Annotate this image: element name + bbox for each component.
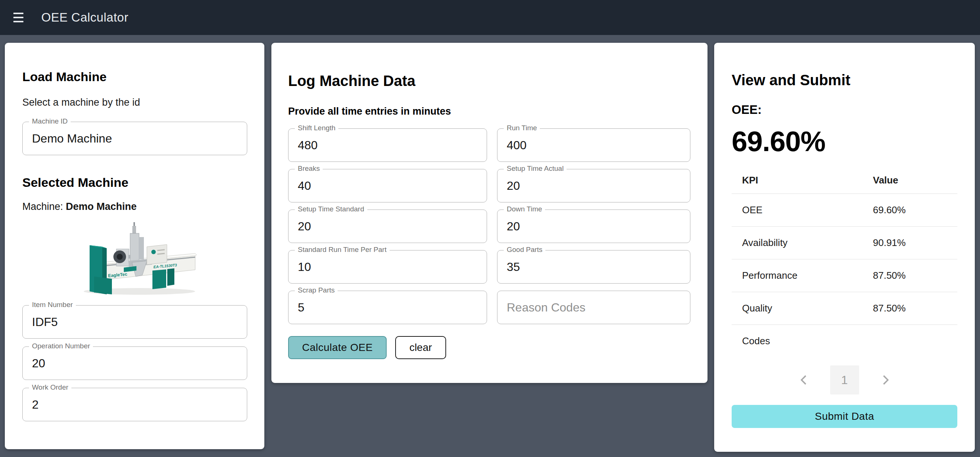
breaks-input[interactable]: Breaks 40: [288, 169, 487, 203]
codes-pagination: 1: [732, 366, 957, 395]
oee-value: 69.60%: [732, 125, 957, 157]
work-order-input[interactable]: Work Order 2: [22, 388, 247, 421]
oee-label: OEE:: [732, 103, 957, 117]
down-time-label: Down Time: [504, 205, 545, 213]
load-machine-subtitle: Select a machine by the id: [22, 97, 247, 108]
setup-time-actual-input[interactable]: Setup Time Actual 20: [497, 169, 690, 203]
value-cell: 69.60%: [873, 194, 957, 227]
shift-length-input[interactable]: Shift Length 480: [288, 128, 487, 162]
table-row: OEE 69.60%: [732, 194, 957, 227]
reason-codes-placeholder: Reason Codes: [507, 301, 585, 315]
breaks-value: 40: [298, 179, 311, 193]
scrap-parts-input[interactable]: Scrap Parts 5: [288, 291, 487, 324]
kpi-cell: Quality: [732, 292, 873, 325]
view-submit-title: View and Submit: [732, 72, 957, 89]
setup-time-standard-label: Setup Time Standard: [295, 205, 368, 213]
page-number[interactable]: 1: [830, 366, 859, 395]
scrap-parts-label: Scrap Parts: [295, 286, 337, 294]
good-parts-input[interactable]: Good Parts 35: [497, 250, 690, 284]
submit-data-button[interactable]: Submit Data: [732, 405, 957, 428]
chevron-right-icon: [879, 374, 891, 386]
item-number-value: IDF5: [32, 315, 57, 329]
selected-machine-line: Machine: Demo Machine: [22, 201, 247, 213]
kpi-cell: OEE: [732, 194, 873, 227]
standard-run-time-label: Standard Run Time Per Part: [295, 246, 390, 254]
calculate-oee-button[interactable]: Calculate OEE: [288, 336, 387, 359]
load-machine-card: Load Machine Select a machine by the id …: [5, 43, 264, 449]
log-machine-data-card: Log Machine Data Provide all time entrie…: [271, 43, 708, 383]
cnc-lathe-illustration: EagleTec EA-TL1530T3: [73, 221, 197, 297]
good-parts-label: Good Parts: [504, 246, 546, 254]
shift-length-value: 480: [298, 139, 318, 152]
reason-codes-input[interactable]: Reason Codes: [497, 291, 690, 324]
kpi-header-row: KPI Value: [732, 169, 957, 194]
standard-run-time-input[interactable]: Standard Run Time Per Part 10: [288, 250, 487, 284]
table-row: Availability 90.91%: [732, 227, 957, 259]
kpi-cell: Availability: [732, 227, 873, 259]
machine-id-input[interactable]: Machine ID Demo Machine: [22, 122, 247, 155]
kpi-header: KPI: [732, 169, 873, 194]
run-time-input[interactable]: Run Time 400: [497, 128, 690, 162]
machine-name: Demo Machine: [66, 201, 137, 212]
value-header: Value: [873, 169, 957, 194]
work-order-label: Work Order: [29, 383, 72, 391]
chevron-left-icon: [798, 374, 810, 386]
time-entries-grid: Shift Length 480 Run Time 400 Breaks 40 …: [288, 128, 691, 324]
log-data-subtitle: Provide all time entries in minutes: [288, 106, 691, 117]
log-data-actions: Calculate OEE clear: [288, 336, 691, 359]
setup-time-actual-label: Setup Time Actual: [504, 165, 566, 173]
table-row: Performance 87.50%: [732, 259, 957, 292]
table-row: Codes: [732, 325, 957, 358]
run-time-value: 400: [507, 139, 527, 152]
operation-number-input[interactable]: Operation Number 20: [22, 347, 247, 380]
app-navbar: OEE Calculator: [0, 0, 980, 35]
down-time-value: 20: [507, 220, 520, 233]
value-cell: 90.91%: [873, 227, 957, 259]
operation-number-label: Operation Number: [29, 342, 93, 350]
value-cell: 87.50%: [873, 259, 957, 292]
machine-id-value: Demo Machine: [32, 132, 112, 145]
machine-id-label: Machine ID: [29, 117, 71, 125]
selected-machine-title: Selected Machine: [22, 175, 247, 190]
next-page-button[interactable]: [876, 371, 894, 389]
previous-page-button[interactable]: [795, 371, 813, 389]
log-data-title: Log Machine Data: [288, 73, 691, 89]
machine-prefix: Machine:: [22, 201, 66, 212]
down-time-input[interactable]: Down Time 20: [497, 209, 690, 243]
kpi-cell: Performance: [732, 259, 873, 292]
standard-run-time-value: 10: [298, 260, 311, 274]
setup-time-standard-value: 20: [298, 220, 311, 233]
app-title: OEE Calculator: [41, 10, 128, 24]
clear-button[interactable]: clear: [395, 336, 446, 359]
menu-icon[interactable]: [9, 6, 31, 29]
setup-time-standard-input[interactable]: Setup Time Standard 20: [288, 209, 487, 243]
setup-time-actual-value: 20: [507, 179, 520, 193]
load-machine-title: Load Machine: [22, 70, 247, 84]
kpi-cell: Codes: [732, 325, 873, 358]
breaks-label: Breaks: [295, 165, 323, 173]
item-number-input[interactable]: Item Number IDF5: [22, 305, 247, 339]
view-submit-card: View and Submit OEE: 69.60% KPI Value OE…: [714, 43, 975, 452]
value-cell: [873, 325, 957, 358]
item-number-label: Item Number: [29, 301, 76, 309]
table-row: Quality 87.50%: [732, 292, 957, 325]
run-time-label: Run Time: [504, 124, 540, 132]
shift-length-label: Shift Length: [295, 124, 338, 132]
value-cell: 87.50%: [873, 292, 957, 325]
scrap-parts-value: 5: [298, 301, 304, 315]
kpi-table: KPI Value OEE 69.60% Availability 90.91%…: [732, 169, 957, 357]
good-parts-value: 35: [507, 260, 520, 274]
operation-number-value: 20: [32, 356, 45, 370]
machine-image: EagleTec EA-TL1530T3: [22, 221, 247, 297]
work-order-value: 2: [32, 398, 39, 412]
